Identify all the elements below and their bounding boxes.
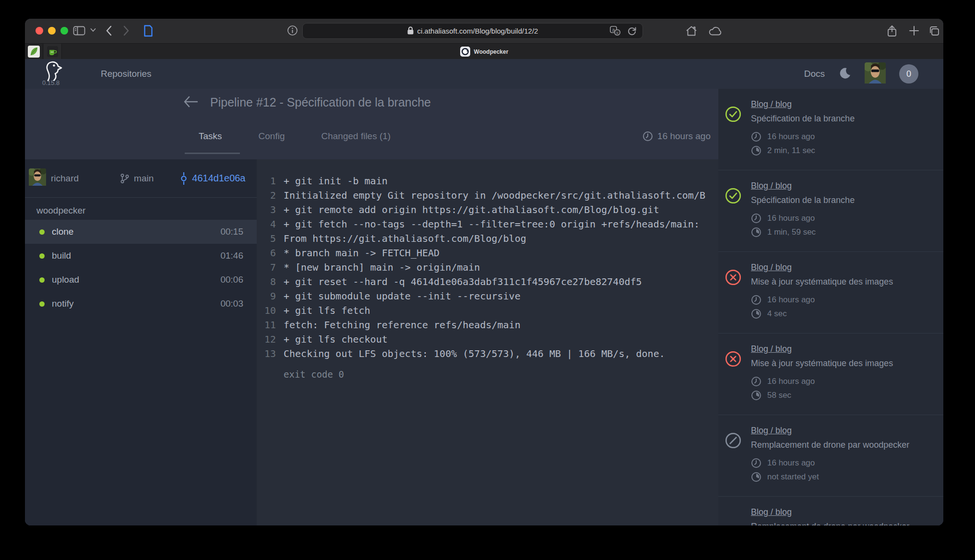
log-line: 6* branch main -> FETCH_HEAD [257,246,718,260]
back-arrow-icon[interactable] [183,96,198,109]
active-tab[interactable]: Woodpecker [25,44,943,60]
pipeline-tabs: Tasks Config Changed files (1) [199,131,391,142]
log-line: 7* [new branch] main -> origin/main [257,260,718,274]
history-entry[interactable]: Blog / blog Remplacement de drone par wo… [718,497,943,525]
commit-meta-row: richard main 4614d1e06a [25,159,257,198]
forward-button[interactable] [123,25,130,36]
log-line: 1+ git init -b main [257,174,718,188]
failure-icon [725,269,741,287]
author-avatar [29,168,46,188]
workflow-name: woodpecker [36,205,257,216]
history-entry[interactable]: Blog / blog Mise à jour systématique des… [718,334,943,415]
duration-icon [751,309,761,319]
skipped-icon [725,432,741,451]
reload-icon[interactable] [627,26,637,37]
commit-hash[interactable]: 4614d1e06a [179,172,245,185]
log-line: 12+ git lfs checkout [257,332,718,346]
home-icon[interactable] [685,25,698,37]
log-line: 11fetch: Fetching reference refs/heads/m… [257,318,718,332]
tab-tasks[interactable]: Tasks [199,131,222,142]
log-line: 5From https://git.athaliasoft.com/Blog/b… [257,231,718,246]
app-version: 0.15.8 [42,79,59,86]
url-text: ci.athaliasoft.com/Blog/blog/build/12/2 [417,27,538,35]
repo-link[interactable]: Blog / blog [751,507,792,517]
build-history-panel: Blog / blog Spécification de la branche … [718,89,943,525]
log-line: 2Initialized empty Git repository in /wo… [257,188,718,203]
step-upload[interactable]: upload 00:06 [25,268,257,292]
step-clone[interactable]: clone 00:15 [25,220,257,244]
branch-icon [120,173,130,184]
page-settings-icon[interactable] [287,25,298,36]
active-tab-underline [185,153,240,154]
failure-icon [725,351,741,369]
history-entry[interactable]: Blog / blog Spécification de la branche … [718,89,943,170]
duration-icon [751,227,761,238]
duration-icon [751,390,761,401]
safari-window: ci.athaliasoft.com/Blog/blog/build/12/2 … [25,19,943,525]
tab-overview-icon[interactable] [928,25,940,37]
repo-link[interactable]: Blog / blog [751,344,792,354]
pipeline-header: Pipeline #12 - Spécification de la branc… [25,89,718,159]
pipeline-title: Pipeline #12 - Spécification de la branc… [210,95,431,109]
browser-toolbar: ci.athaliasoft.com/Blog/blog/build/12/2 … [25,19,943,43]
log-line: 13Checking out LFS objects: 100% (573/57… [257,346,718,361]
history-entry[interactable]: Blog / blog Spécification de la branche … [718,170,943,252]
repo-link[interactable]: Blog / blog [751,262,792,272]
history-entry[interactable]: Blog / blog Remplacement de drone par wo… [718,415,943,497]
step-success-dot [39,253,45,259]
repo-link[interactable]: Blog / blog [751,426,792,435]
cloud-tabs-icon[interactable] [708,26,723,36]
log-line: 10+ git lfs fetch [257,303,718,318]
step-build[interactable]: build 01:46 [25,244,257,268]
clock-icon [751,376,761,387]
address-bar[interactable]: ci.athaliasoft.com/Blog/blog/build/12/2 … [302,23,643,39]
downloads-document-icon[interactable] [143,24,154,37]
log-line: 8+ git reset --hard -q 4614d1e06a3dabf31… [257,274,718,289]
dark-mode-moon-icon[interactable] [838,67,851,82]
user-avatar[interactable] [865,62,886,85]
success-icon [725,188,741,206]
back-button[interactable] [106,25,112,36]
task-panel: richard main 4614d1e06a [25,159,257,525]
woodpecker-app: 0.15.8 Repositories Docs 0 [25,59,943,525]
step-success-dot [39,301,45,307]
log-output[interactable]: 1+ git init -b main 2Initialized empty G… [257,159,718,525]
pipeline-time: 16 hours ago [642,131,711,142]
notification-badge[interactable]: 0 [899,64,918,83]
woodpecker-favicon-icon [460,47,470,57]
success-icon [725,106,741,124]
tab-config[interactable]: Config [259,131,285,142]
clock-icon [751,213,761,224]
tab-changed-files[interactable]: Changed files (1) [321,131,391,142]
svg-text:x: x [617,31,618,35]
zoom-window-button[interactable] [60,27,68,35]
entry-message: Mise à jour systématique des images [751,277,943,287]
close-window-button[interactable] [36,27,43,35]
exit-code: exit code 0 [284,369,718,380]
repo-link[interactable]: Blog / blog [751,99,792,109]
clock-icon [751,295,761,305]
share-icon[interactable] [887,25,897,37]
duration-icon [751,472,761,482]
log-line: 9+ git submodule update --init --recursi… [257,289,718,303]
minimize-window-button[interactable] [48,27,56,35]
step-success-dot [39,229,45,235]
history-entry[interactable]: Blog / blog Mise à jour systématique des… [718,252,943,334]
step-success-dot [39,277,45,283]
nav-repositories[interactable]: Repositories [101,59,152,89]
chevron-down-icon[interactable] [90,28,96,32]
step-notify[interactable]: notify 00:03 [25,292,257,316]
entry-message: Spécification de la branche [751,195,943,205]
entry-message: Spécification de la branche [751,114,943,124]
sidebar-toggle-icon[interactable] [73,25,85,36]
entry-message: Remplacement de drone par woodpecker [751,522,943,525]
repo-link[interactable]: Blog / blog [751,181,792,191]
translate-icon[interactable]: ax [610,26,620,37]
browser-tabstrip: Woodpecker [25,43,943,59]
entry-message: Mise à jour systématique des images [751,358,943,369]
commit-branch: main [120,173,154,184]
clock-icon [751,131,761,142]
log-line: 4+ git fetch --no-tags --depth=1 --filte… [257,217,718,231]
docs-link[interactable]: Docs [804,69,825,79]
new-tab-icon[interactable] [909,25,919,36]
